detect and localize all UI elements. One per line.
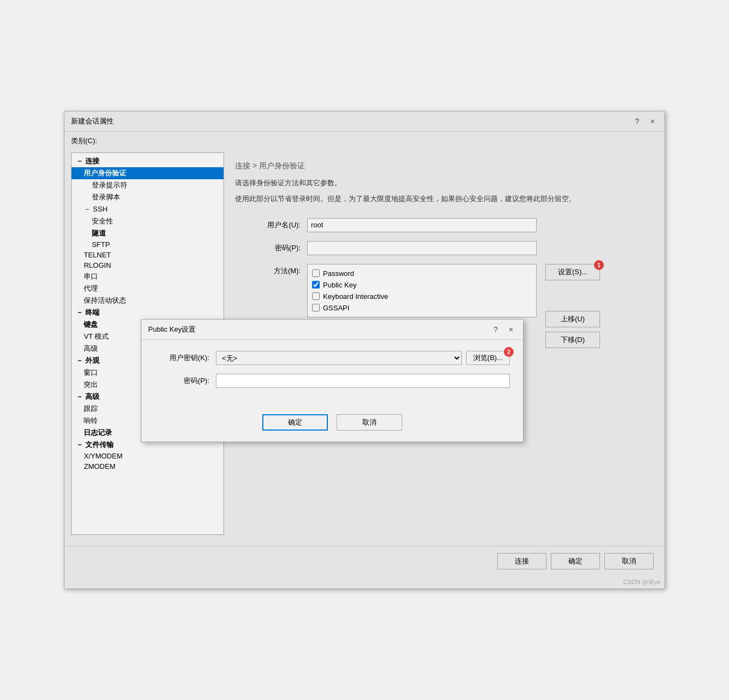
method-keyboard-checkbox[interactable] (312, 292, 320, 300)
tree-item-terminal[interactable]: － 终端 (72, 307, 224, 319)
tree-item-xymodem[interactable]: X/YMODEM (72, 451, 224, 461)
method-keyboard: Keyboard Interactive (308, 291, 536, 302)
desc-text-2: 使用此部分以节省登录时间。但是，为了最大限度地提高安全性，如果担心安全问题，建议… (235, 193, 647, 205)
userkey-label: 用户密钥(K): (155, 353, 209, 363)
sub-cancel-button[interactable]: 取消 (337, 414, 402, 431)
sub-password-label: 密码(P): (155, 376, 209, 386)
category-label-wrap: 类别(C): (64, 132, 665, 146)
method-gssapi: GSSAPI (308, 302, 536, 314)
tree-item-security[interactable]: 安全性 (72, 215, 224, 227)
help-button[interactable]: ? (632, 116, 643, 127)
sub-content: 用户密钥(K): <无> 浏览(B)... 2 密码(P): (142, 340, 523, 408)
sub-title-bar: Public Key设置 ? × (142, 320, 523, 340)
settings-button[interactable]: 设置(S)... 1 (545, 264, 600, 280)
tree-item-tunnel[interactable]: 隧道 (72, 227, 224, 239)
method-gssapi-label: GSSAPI (323, 304, 349, 312)
close-button[interactable]: × (647, 116, 658, 127)
tree-item-rlogin[interactable]: RLOGIN (72, 260, 224, 270)
sub-password-row: 密码(P): (155, 374, 510, 388)
desc-text-1: 请选择身份验证方法和其它参数。 (235, 178, 647, 189)
sub-controls: ? × (490, 324, 516, 335)
userkey-row: 用户密钥(K): <无> 浏览(B)... 2 (155, 351, 510, 365)
up-button[interactable]: 上移(U) (545, 311, 600, 327)
method-publickey-label: Public Key (323, 281, 356, 289)
userkey-select-wrap: <无> 浏览(B)... 2 (216, 351, 510, 365)
tree-item-ssh[interactable]: － SSH (72, 203, 224, 215)
username-row: 用户名(U): (235, 218, 647, 232)
sub-password-input[interactable] (216, 374, 510, 388)
tree-item-sftp[interactable]: SFTP (72, 239, 224, 250)
tree-item-telnet[interactable]: TELNET (72, 250, 224, 260)
method-publickey: Public Key (308, 279, 536, 291)
settings-badge: 1 (594, 260, 604, 270)
username-label: 用户名(U): (235, 220, 301, 230)
userkey-select[interactable]: <无> (216, 351, 462, 365)
sub-help-button[interactable]: ? (490, 324, 501, 335)
tree-item-serial[interactable]: 串口 (72, 270, 224, 283)
sub-dialog: Public Key设置 ? × 用户密钥(K): <无> 浏览(B (141, 319, 524, 442)
method-password-label: Password (323, 269, 354, 278)
method-label: 方法(M): (235, 266, 301, 276)
watermark: CSDN @宋yx (64, 576, 665, 589)
down-button[interactable]: 下移(D) (545, 332, 600, 348)
sub-dialog-title: Public Key设置 (148, 325, 196, 334)
tree-item-keepalive[interactable]: 保持活动状态 (72, 295, 224, 307)
ok-button[interactable]: 确定 (551, 553, 600, 569)
browse-badge: 2 (504, 347, 514, 357)
tree-item-proxy[interactable]: 代理 (72, 283, 224, 295)
bottom-bar: 连接 确定 取消 (64, 546, 665, 576)
method-password-checkbox[interactable] (312, 269, 320, 277)
connect-button[interactable]: 连接 (497, 553, 546, 569)
browse-button[interactable]: 浏览(B)... 2 (466, 351, 510, 365)
method-gssapi-checkbox[interactable] (312, 304, 320, 311)
method-password: Password (308, 268, 536, 279)
tree-item-loginprompt[interactable]: 登录提示符 (72, 179, 224, 191)
settings-btn-label: 设置(S)... (558, 268, 587, 276)
title-bar-controls: ? × (632, 116, 658, 127)
main-title-bar: 新建会话属性 ? × (64, 111, 665, 132)
password-input[interactable] (307, 241, 537, 255)
main-dialog-title: 新建会话属性 (71, 116, 114, 126)
username-input[interactable] (307, 218, 537, 232)
tree-item-connect[interactable]: － 连接 (72, 155, 224, 167)
method-publickey-checkbox[interactable] (312, 281, 320, 289)
sub-close-button[interactable]: × (505, 324, 516, 335)
cancel-button[interactable]: 取消 (604, 553, 654, 569)
password-label: 密码(P): (235, 243, 301, 253)
password-row: 密码(P): (235, 241, 647, 255)
sub-ok-button[interactable]: 确定 (262, 414, 328, 431)
category-label: 类别(C): (71, 137, 104, 149)
tree-item-userauth[interactable]: 用户身份验证 (72, 167, 224, 179)
tree-item-zmodem[interactable]: ZMODEM (72, 461, 224, 472)
sub-footer: 确定 取消 (142, 408, 523, 442)
browse-btn-label: 浏览(B)... (473, 354, 503, 362)
breadcrumb: 连接 > 用户身份验证 (235, 161, 647, 171)
method-keyboard-label: Keyboard Interactive (323, 292, 388, 301)
tree-item-loginscript[interactable]: 登录脚本 (72, 191, 224, 203)
method-box: Password Public Key Keyboard Interactive… (307, 264, 537, 317)
main-dialog: 新建会话属性 ? × 类别(C): － 连接 用户身份验证 登录提示符 登录脚本… (64, 111, 665, 589)
